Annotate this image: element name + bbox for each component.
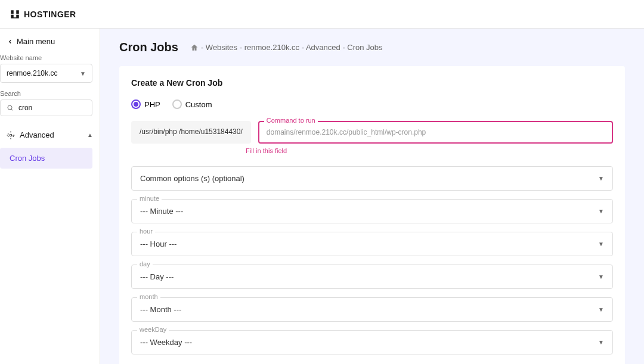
- common-options-select[interactable]: Common options (s) (optional) ▼: [131, 166, 613, 191]
- chevron-down-icon: ▼: [598, 306, 604, 313]
- minute-select[interactable]: --- Minute --- ▼: [131, 199, 613, 223]
- home-icon: [190, 43, 199, 52]
- radio-php-label: PHP: [144, 100, 160, 109]
- type-radio-group: PHP Custom: [131, 99, 613, 109]
- app-header: HOSTINGER: [0, 0, 644, 29]
- month-value: --- Month ---: [140, 305, 181, 314]
- command-prefix: /usr/bin/php /home/u153184430/: [131, 121, 251, 144]
- website-name-value: renmoe.210k.cc: [7, 69, 57, 77]
- month-field: month --- Month --- ▼: [131, 297, 613, 322]
- minute-field: minute --- Minute --- ▼: [131, 199, 613, 223]
- weekday-value: --- Weekday ---: [140, 338, 192, 347]
- day-select[interactable]: --- Day --- ▼: [131, 265, 613, 289]
- card-title: Create a New Cron Job: [131, 78, 613, 88]
- day-label: day: [137, 260, 153, 267]
- hour-label: hour: [137, 228, 155, 235]
- search-icon: [7, 104, 14, 112]
- chevron-down-icon: ▼: [598, 273, 604, 280]
- breadcrumb-text: - Websites - renmoe.210k.cc - Advanced -…: [201, 43, 383, 52]
- sidebar-section-label: Advanced: [20, 130, 54, 139]
- page-header: Cron Jobs - Websites - renmoe.210k.cc - …: [119, 41, 625, 54]
- sidebar-item-cron-jobs[interactable]: Cron Jobs: [0, 148, 92, 169]
- common-options-label: Common options (s) (optional): [140, 174, 244, 183]
- chevron-down-icon: ▼: [80, 70, 86, 77]
- hour-select[interactable]: --- Hour --- ▼: [131, 232, 613, 256]
- logo-text: HOSTINGER: [24, 10, 76, 19]
- chevron-up-icon: ▲: [87, 132, 93, 138]
- gear-icon: [7, 131, 15, 139]
- chevron-left-icon: [7, 39, 13, 45]
- radio-custom[interactable]: Custom: [172, 99, 212, 109]
- command-row: /usr/bin/php /home/u153184430/ Command t…: [131, 121, 613, 144]
- chevron-down-icon: ▼: [598, 175, 604, 182]
- radio-php[interactable]: PHP: [131, 99, 160, 109]
- day-value: --- Day ---: [140, 272, 174, 281]
- minute-label: minute: [137, 195, 162, 202]
- main-menu-toggle[interactable]: Main menu: [0, 29, 100, 54]
- page-title: Cron Jobs: [119, 41, 178, 54]
- logo-icon: [10, 9, 20, 20]
- weekday-field: weekDay --- Weekday --- ▼: [131, 330, 613, 354]
- command-input-label: Command to run: [264, 117, 318, 124]
- search-input-wrap[interactable]: [0, 99, 92, 116]
- logo[interactable]: HOSTINGER: [10, 9, 76, 20]
- hour-value: --- Hour ---: [140, 239, 177, 248]
- month-select[interactable]: --- Month --- ▼: [131, 297, 613, 322]
- main-menu-label: Main menu: [17, 37, 55, 46]
- minute-value: --- Minute ---: [140, 207, 183, 216]
- breadcrumb[interactable]: - Websites - renmoe.210k.cc - Advanced -…: [190, 43, 383, 52]
- create-cron-card: Create a New Cron Job PHP Custom /usr/bi…: [119, 66, 625, 364]
- content-area: Cron Jobs - Websites - renmoe.210k.cc - …: [100, 29, 644, 364]
- hour-field: hour --- Hour --- ▼: [131, 232, 613, 256]
- command-input-wrap: Command to run: [258, 121, 613, 144]
- chevron-down-icon: ▼: [598, 241, 604, 247]
- sidebar-section-advanced[interactable]: Advanced ▲: [0, 125, 100, 145]
- radio-custom-circle: [172, 99, 182, 109]
- chevron-down-icon: ▼: [598, 208, 604, 214]
- command-error: Fill in this field: [246, 147, 613, 154]
- radio-php-circle: [131, 99, 141, 109]
- svg-point-0: [8, 105, 12, 110]
- search-input[interactable]: [18, 104, 86, 112]
- chevron-down-icon: ▼: [598, 339, 604, 346]
- radio-custom-label: Custom: [185, 100, 212, 109]
- website-name-select[interactable]: renmoe.210k.cc ▼: [0, 64, 92, 83]
- svg-point-1: [10, 134, 12, 136]
- command-input[interactable]: [258, 121, 613, 144]
- sidebar-item-label: Cron Jobs: [10, 154, 45, 163]
- weekday-select[interactable]: --- Weekday --- ▼: [131, 330, 613, 354]
- day-field: day --- Day --- ▼: [131, 265, 613, 289]
- search-label: Search: [0, 90, 100, 99]
- website-name-label: Website name: [0, 54, 100, 64]
- weekday-label: weekDay: [137, 326, 169, 333]
- month-label: month: [137, 293, 160, 300]
- sidebar: Main menu Website name renmoe.210k.cc ▼ …: [0, 29, 100, 364]
